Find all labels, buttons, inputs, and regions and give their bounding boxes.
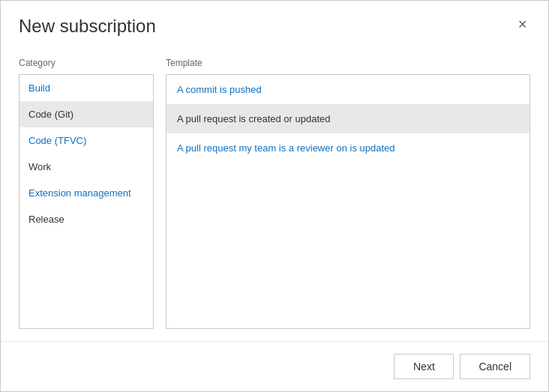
category-item-extension-management[interactable]: Extension management — [20, 180, 153, 206]
category-item-build[interactable]: Build — [20, 75, 153, 101]
new-subscription-dialog: New subscription ✕ Category Template Bui… — [0, 0, 549, 392]
close-button[interactable]: ✕ — [514, 19, 530, 31]
lists-container: BuildCode (Git)Code (TFVC)WorkExtension … — [19, 74, 530, 329]
dialog-body: Category Template BuildCode (Git)Code (T… — [1, 46, 548, 341]
category-item-work[interactable]: Work — [20, 154, 153, 180]
category-list: BuildCode (Git)Code (TFVC)WorkExtension … — [19, 74, 154, 329]
category-item-release[interactable]: Release — [20, 206, 153, 232]
next-button[interactable]: Next — [394, 354, 454, 379]
template-list: A commit is pushedA pull request is crea… — [166, 74, 530, 329]
template-item-pull-request-created[interactable]: A pull request is created or updated — [166, 104, 530, 133]
template-item-commit-pushed[interactable]: A commit is pushed — [166, 75, 530, 104]
cancel-button[interactable]: Cancel — [460, 354, 530, 379]
template-item-pull-request-reviewer[interactable]: A pull request my team is a reviewer on … — [166, 133, 530, 163]
dialog-header: New subscription ✕ — [1, 1, 548, 46]
dialog-footer: Next Cancel — [1, 341, 548, 391]
dialog-title: New subscription — [19, 16, 156, 37]
category-column-header: Category — [19, 58, 154, 68]
column-headers: Category Template — [19, 58, 530, 68]
category-item-code-git[interactable]: Code (Git) — [20, 101, 153, 127]
category-item-code-tfvc[interactable]: Code (TFVC) — [20, 127, 153, 154]
template-column-header: Template — [166, 58, 530, 68]
